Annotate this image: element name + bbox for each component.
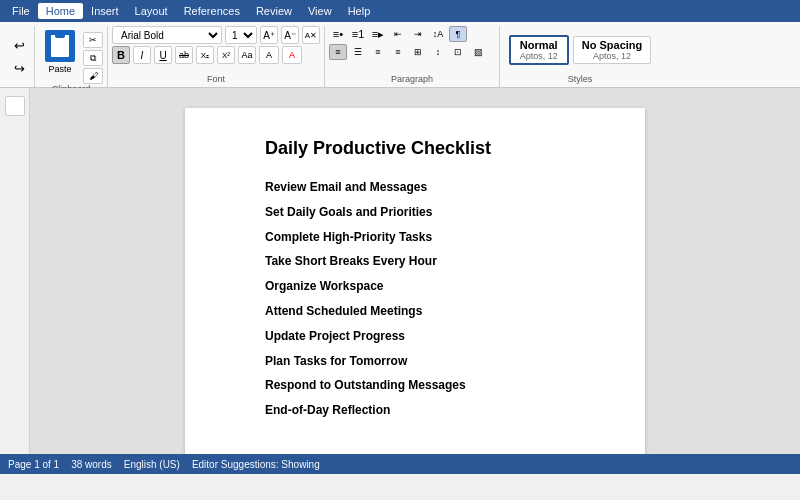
list-item: Update Project Progress [265, 324, 595, 349]
main-area: Daily Productive Checklist Review Email … [0, 88, 800, 454]
no-spacing-style-button[interactable]: No Spacing Aptos, 12 [573, 36, 652, 64]
font-group: Arial Bold 12 A⁺ A⁻ A✕ B I U ab X₂ X² [108, 26, 325, 87]
numbering-button[interactable]: ≡1 [349, 26, 367, 42]
subscript-button[interactable]: X₂ [196, 46, 214, 64]
document-title: Daily Productive Checklist [265, 138, 595, 159]
grow-font-button[interactable]: A⁺ [260, 26, 278, 44]
paragraph-group-label: Paragraph [329, 74, 495, 85]
font-color-button[interactable]: A [282, 46, 302, 64]
normal-style-sub: Aptos, 12 [519, 51, 559, 61]
list-item: Take Short Breaks Every Hour [265, 249, 595, 274]
shading-button[interactable]: ▧ [469, 44, 487, 60]
align-right-button[interactable]: ≡ [369, 44, 387, 60]
font-size-select[interactable]: 12 [225, 26, 257, 44]
editor-info: Editor Suggestions: Showing [192, 459, 320, 470]
list-item: Respond to Outstanding Messages [265, 373, 595, 398]
list-item: Plan Tasks for Tomorrow [265, 349, 595, 374]
paste-label: Paste [48, 64, 71, 74]
list-item: Set Daily Goals and Priorities [265, 200, 595, 225]
bullets-button[interactable]: ≡• [329, 26, 347, 42]
font-group-label: Font [112, 74, 320, 85]
columns-button[interactable]: ⊞ [409, 44, 427, 60]
undo-redo-group: ↩ ↪ [4, 26, 35, 87]
menu-references[interactable]: References [176, 3, 248, 19]
sidebar-panel-icon[interactable] [5, 96, 25, 116]
superscript-button[interactable]: X² [217, 46, 235, 64]
clipboard-group: Paste ✂ ⧉ 🖌 Clipboard [35, 26, 108, 87]
shrink-font-button[interactable]: A⁻ [281, 26, 299, 44]
list-item: Review Email and Messages [265, 175, 595, 200]
italic-button[interactable]: I [133, 46, 151, 64]
ribbon: ↩ ↪ Paste ✂ ⧉ 🖌 [0, 22, 800, 88]
increase-indent-button[interactable]: ⇥ [409, 26, 427, 42]
menu-layout[interactable]: Layout [127, 3, 176, 19]
list-item: Attend Scheduled Meetings [265, 299, 595, 324]
document-page: Daily Productive Checklist Review Email … [185, 108, 645, 454]
paragraph-group: ≡• ≡1 ≡▸ ⇤ ⇥ ↕A ¶ ≡ ☰ ≡ ≡ ⊞ ↕ ⊡ ▧ [325, 26, 500, 87]
font-name-select[interactable]: Arial Bold [112, 26, 222, 44]
language-info: English (US) [124, 459, 180, 470]
undo-button[interactable]: ↩ [8, 34, 30, 56]
align-left-button[interactable]: ≡ [329, 44, 347, 60]
paste-button[interactable]: Paste [39, 28, 81, 76]
bold-button[interactable]: B [112, 46, 130, 64]
highlight-color-button[interactable]: A [259, 46, 279, 64]
menu-view[interactable]: View [300, 3, 340, 19]
justify-button[interactable]: ≡ [389, 44, 407, 60]
list-item: Complete High-Priority Tasks [265, 225, 595, 250]
format-painter-button[interactable]: 🖌 [83, 68, 103, 84]
word-count: 38 words [71, 459, 112, 470]
copy-button[interactable]: ⧉ [83, 50, 103, 66]
borders-button[interactable]: ⊡ [449, 44, 467, 60]
status-bar: Page 1 of 1 38 words English (US) Editor… [0, 454, 800, 474]
normal-style-button[interactable]: Normal Aptos, 12 [509, 35, 569, 65]
menu-review[interactable]: Review [248, 3, 300, 19]
menu-bar: File Home Insert Layout References Revie… [0, 0, 800, 22]
show-hide-button[interactable]: ¶ [449, 26, 467, 42]
align-center-button[interactable]: ☰ [349, 44, 367, 60]
page-info: Page 1 of 1 [8, 459, 59, 470]
line-spacing-button[interactable]: ↕ [429, 44, 447, 60]
menu-home[interactable]: Home [38, 3, 83, 19]
menu-help[interactable]: Help [340, 3, 379, 19]
document-area: Daily Productive Checklist Review Email … [30, 88, 800, 454]
normal-style-name: Normal [519, 39, 559, 51]
underline-button[interactable]: U [154, 46, 172, 64]
menu-file[interactable]: File [4, 3, 38, 19]
no-spacing-style-name: No Spacing [582, 39, 643, 51]
cut-button[interactable]: ✂ [83, 32, 103, 48]
redo-button[interactable]: ↪ [8, 57, 30, 79]
styles-group-label: Styles [504, 74, 656, 85]
sort-button[interactable]: ↕A [429, 26, 447, 42]
decrease-indent-button[interactable]: ⇤ [389, 26, 407, 42]
no-spacing-style-sub: Aptos, 12 [582, 51, 643, 61]
clear-formatting-button[interactable]: A✕ [302, 26, 320, 44]
list-item: Organize Workspace [265, 274, 595, 299]
multilevel-button[interactable]: ≡▸ [369, 26, 387, 42]
strikethrough-button[interactable]: ab [175, 46, 193, 64]
case-button[interactable]: Aa [238, 46, 256, 64]
list-item: End-of-Day Reflection [265, 398, 595, 423]
styles-group: Normal Aptos, 12 No Spacing Aptos, 12 St… [500, 26, 660, 87]
menu-insert[interactable]: Insert [83, 3, 127, 19]
left-sidebar [0, 88, 30, 454]
